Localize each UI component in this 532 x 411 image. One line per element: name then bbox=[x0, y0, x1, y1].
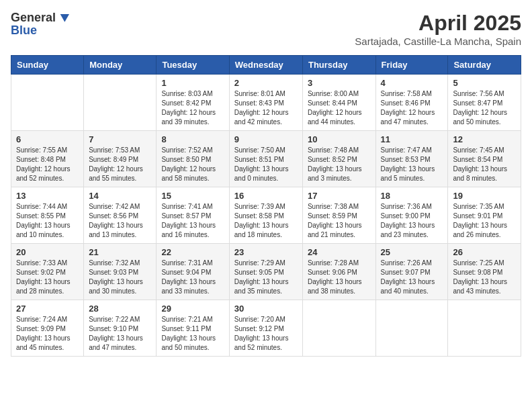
calendar-week-row: 6Sunrise: 7:55 AMSunset: 8:48 PMDaylight… bbox=[11, 131, 521, 187]
calendar-week-row: 13Sunrise: 7:44 AMSunset: 8:55 PMDayligh… bbox=[11, 187, 521, 244]
calendar-table: SundayMondayTuesdayWednesdayThursdayFrid… bbox=[11, 55, 521, 357]
logo: General Blue bbox=[11, 11, 69, 37]
calendar-cell: 25Sunrise: 7:26 AMSunset: 9:07 PMDayligh… bbox=[375, 244, 448, 300]
day-info: Sunrise: 8:00 AMSunset: 8:44 PMDaylight:… bbox=[308, 89, 371, 127]
day-number: 12 bbox=[453, 134, 516, 144]
day-of-week-header: Sunday bbox=[11, 56, 84, 75]
calendar-cell: 27Sunrise: 7:24 AMSunset: 9:09 PMDayligh… bbox=[11, 300, 84, 357]
day-number: 2 bbox=[234, 78, 298, 88]
calendar-cell: 12Sunrise: 7:45 AMSunset: 8:54 PMDayligh… bbox=[448, 131, 521, 187]
calendar-cell: 18Sunrise: 7:36 AMSunset: 9:00 PMDayligh… bbox=[375, 187, 448, 244]
calendar-cell: 5Sunrise: 7:56 AMSunset: 8:47 PMDaylight… bbox=[448, 75, 521, 131]
calendar-cell: 7Sunrise: 7:53 AMSunset: 8:49 PMDaylight… bbox=[84, 131, 157, 187]
day-info: Sunrise: 7:20 AMSunset: 9:12 PMDaylight:… bbox=[234, 315, 298, 353]
day-info: Sunrise: 7:35 AMSunset: 9:01 PMDaylight:… bbox=[453, 202, 516, 240]
day-info: Sunrise: 7:42 AMSunset: 8:56 PMDaylight:… bbox=[89, 202, 151, 240]
day-info: Sunrise: 7:44 AMSunset: 8:55 PMDaylight:… bbox=[16, 202, 79, 240]
day-of-week-header: Friday bbox=[375, 56, 448, 75]
day-number: 28 bbox=[89, 304, 151, 314]
calendar-cell: 20Sunrise: 7:33 AMSunset: 9:02 PMDayligh… bbox=[11, 244, 84, 300]
day-number: 19 bbox=[453, 191, 516, 201]
day-info: Sunrise: 7:26 AMSunset: 9:07 PMDaylight:… bbox=[381, 259, 443, 296]
calendar-cell: 1Sunrise: 8:03 AMSunset: 8:42 PMDaylight… bbox=[157, 75, 229, 131]
svg-marker-0 bbox=[60, 14, 69, 22]
day-number: 18 bbox=[381, 191, 443, 201]
page-header: General Blue April 2025 Sartajada, Casti… bbox=[11, 11, 521, 47]
calendar-header-row: SundayMondayTuesdayWednesdayThursdayFrid… bbox=[11, 56, 521, 75]
calendar-cell: 15Sunrise: 7:41 AMSunset: 8:57 PMDayligh… bbox=[157, 187, 229, 244]
day-number: 4 bbox=[381, 78, 443, 88]
calendar-cell: 23Sunrise: 7:29 AMSunset: 9:05 PMDayligh… bbox=[229, 244, 302, 300]
day-number: 25 bbox=[381, 247, 443, 257]
day-number: 29 bbox=[161, 304, 224, 314]
calendar-cell bbox=[375, 300, 448, 357]
day-info: Sunrise: 7:45 AMSunset: 8:54 PMDaylight:… bbox=[453, 146, 516, 183]
day-of-week-header: Saturday bbox=[448, 56, 521, 75]
day-number: 6 bbox=[16, 134, 79, 144]
day-number: 7 bbox=[89, 134, 151, 144]
calendar-cell: 14Sunrise: 7:42 AMSunset: 8:56 PMDayligh… bbox=[84, 187, 157, 244]
day-number: 1 bbox=[161, 78, 224, 88]
day-number: 10 bbox=[308, 134, 371, 144]
day-info: Sunrise: 7:52 AMSunset: 8:50 PMDaylight:… bbox=[161, 146, 224, 183]
calendar-cell bbox=[302, 300, 375, 357]
day-info: Sunrise: 7:22 AMSunset: 9:10 PMDaylight:… bbox=[89, 315, 151, 353]
calendar-cell: 8Sunrise: 7:52 AMSunset: 8:50 PMDaylight… bbox=[157, 131, 229, 187]
day-info: Sunrise: 7:33 AMSunset: 9:02 PMDaylight:… bbox=[16, 259, 79, 296]
day-of-week-header: Wednesday bbox=[229, 56, 302, 75]
day-info: Sunrise: 7:39 AMSunset: 8:58 PMDaylight:… bbox=[234, 202, 298, 240]
day-info: Sunrise: 7:38 AMSunset: 8:59 PMDaylight:… bbox=[308, 202, 371, 240]
day-number: 21 bbox=[89, 247, 151, 257]
day-number: 9 bbox=[234, 134, 298, 144]
calendar-cell: 29Sunrise: 7:21 AMSunset: 9:11 PMDayligh… bbox=[157, 300, 229, 357]
day-info: Sunrise: 7:53 AMSunset: 8:49 PMDaylight:… bbox=[89, 146, 151, 183]
calendar-cell bbox=[11, 75, 84, 131]
day-info: Sunrise: 8:03 AMSunset: 8:42 PMDaylight:… bbox=[161, 89, 224, 127]
day-info: Sunrise: 7:47 AMSunset: 8:53 PMDaylight:… bbox=[381, 146, 443, 183]
day-info: Sunrise: 7:56 AMSunset: 8:47 PMDaylight:… bbox=[453, 89, 516, 127]
calendar-week-row: 1Sunrise: 8:03 AMSunset: 8:42 PMDaylight… bbox=[11, 75, 521, 131]
calendar-cell: 24Sunrise: 7:28 AMSunset: 9:06 PMDayligh… bbox=[302, 244, 375, 300]
day-info: Sunrise: 7:21 AMSunset: 9:11 PMDaylight:… bbox=[161, 315, 224, 353]
day-number: 5 bbox=[453, 78, 516, 88]
calendar-cell bbox=[448, 300, 521, 357]
day-number: 23 bbox=[234, 247, 298, 257]
day-info: Sunrise: 7:36 AMSunset: 9:00 PMDaylight:… bbox=[381, 202, 443, 240]
calendar-cell: 4Sunrise: 7:58 AMSunset: 8:46 PMDaylight… bbox=[375, 75, 448, 131]
day-of-week-header: Tuesday bbox=[157, 56, 229, 75]
calendar-cell: 10Sunrise: 7:48 AMSunset: 8:52 PMDayligh… bbox=[302, 131, 375, 187]
day-number: 11 bbox=[381, 134, 443, 144]
calendar-cell: 2Sunrise: 8:01 AMSunset: 8:43 PMDaylight… bbox=[229, 75, 302, 131]
calendar-week-row: 27Sunrise: 7:24 AMSunset: 9:09 PMDayligh… bbox=[11, 300, 521, 357]
day-info: Sunrise: 7:58 AMSunset: 8:46 PMDaylight:… bbox=[381, 89, 443, 127]
calendar-week-row: 20Sunrise: 7:33 AMSunset: 9:02 PMDayligh… bbox=[11, 244, 521, 300]
day-info: Sunrise: 7:48 AMSunset: 8:52 PMDaylight:… bbox=[308, 146, 371, 183]
calendar-cell: 22Sunrise: 7:31 AMSunset: 9:04 PMDayligh… bbox=[157, 244, 229, 300]
calendar-cell: 9Sunrise: 7:50 AMSunset: 8:51 PMDaylight… bbox=[229, 131, 302, 187]
day-number: 15 bbox=[161, 191, 224, 201]
calendar-cell: 19Sunrise: 7:35 AMSunset: 9:01 PMDayligh… bbox=[448, 187, 521, 244]
calendar-cell: 11Sunrise: 7:47 AMSunset: 8:53 PMDayligh… bbox=[375, 131, 448, 187]
logo-icon bbox=[56, 11, 69, 24]
day-number: 27 bbox=[16, 304, 79, 314]
day-info: Sunrise: 7:55 AMSunset: 8:48 PMDaylight:… bbox=[16, 146, 79, 183]
day-number: 20 bbox=[16, 247, 79, 257]
calendar-cell bbox=[84, 75, 157, 131]
day-info: Sunrise: 7:41 AMSunset: 8:57 PMDaylight:… bbox=[161, 202, 224, 240]
calendar-cell: 6Sunrise: 7:55 AMSunset: 8:48 PMDaylight… bbox=[11, 131, 84, 187]
day-number: 22 bbox=[161, 247, 224, 257]
day-number: 3 bbox=[308, 78, 371, 88]
calendar-cell: 13Sunrise: 7:44 AMSunset: 8:55 PMDayligh… bbox=[11, 187, 84, 244]
calendar-cell: 16Sunrise: 7:39 AMSunset: 8:58 PMDayligh… bbox=[229, 187, 302, 244]
day-of-week-header: Monday bbox=[84, 56, 157, 75]
day-number: 17 bbox=[308, 191, 371, 201]
day-number: 30 bbox=[234, 304, 298, 314]
day-of-week-header: Thursday bbox=[302, 56, 375, 75]
day-number: 26 bbox=[453, 247, 516, 257]
day-number: 13 bbox=[16, 191, 79, 201]
month-title: April 2025 bbox=[355, 11, 521, 36]
day-info: Sunrise: 7:29 AMSunset: 9:05 PMDaylight:… bbox=[234, 259, 298, 296]
day-number: 16 bbox=[234, 191, 298, 201]
day-info: Sunrise: 7:50 AMSunset: 8:51 PMDaylight:… bbox=[234, 146, 298, 183]
calendar-cell: 30Sunrise: 7:20 AMSunset: 9:12 PMDayligh… bbox=[229, 300, 302, 357]
